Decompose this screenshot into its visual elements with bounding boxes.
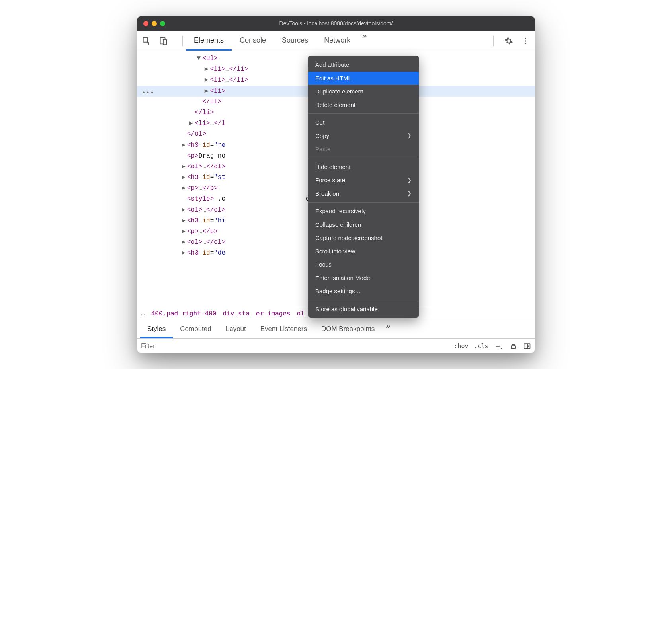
dom-tree[interactable]: ▼<ul> ▶<li>…</li> ▶<li>…</li> ▶<li> </ul… [137,51,535,306]
styles-panel-tabs: Styles Computed Layout Event Listeners D… [137,321,535,338]
styles-tab-event-listeners[interactable]: Event Listeners [253,321,314,338]
cls-toggle[interactable]: .cls [474,343,488,350]
tab-elements[interactable]: Elements [186,31,232,51]
context-menu-item[interactable]: Hide element [308,160,419,174]
context-menu-item[interactable]: Enter Isolation Mode [308,271,419,285]
breadcrumb-item[interactable]: 400.pad-right-400 [151,310,217,317]
inspect-element-icon[interactable] [142,36,151,46]
context-menu-item[interactable]: Focus [308,258,419,271]
context-menu-item[interactable]: Capture node screenshot [308,231,419,245]
context-menu-item[interactable]: Delete element [308,98,419,112]
context-menu-item[interactable]: Edit as HTML [308,72,419,85]
svg-rect-6 [511,346,515,349]
context-menu-separator [308,202,419,203]
close-window-button[interactable] [143,21,148,26]
toolbar-divider [182,36,183,46]
styles-filter-input[interactable] [141,343,450,350]
context-menu-item[interactable]: Add attribute [308,58,419,72]
styles-tab-styles[interactable]: Styles [140,321,173,338]
context-menu-separator [308,113,419,114]
tab-sources[interactable]: Sources [274,31,316,51]
computed-sidebar-toggle-icon[interactable] [523,342,531,350]
titlebar: DevTools - localhost:8080/docs/devtools/… [137,16,535,31]
context-menu: Add attributeEdit as HTMLDuplicate eleme… [308,56,419,318]
context-menu-item[interactable]: Break on❯ [308,187,419,201]
context-menu-item[interactable]: Store as global variable [308,302,419,316]
styles-tab-layout[interactable]: Layout [219,321,253,338]
context-menu-item[interactable]: Duplicate element [308,85,419,98]
main-toolbar: Elements Console Sources Network » [137,31,535,51]
styles-tab-computed[interactable]: Computed [173,321,218,338]
maximize-window-button[interactable] [160,21,165,26]
breadcrumb-item[interactable]: er-images [256,310,291,317]
context-menu-item: Paste [308,142,419,156]
styles-filter-bar: :hov .cls ▾ [137,338,535,353]
panel-tabs: Elements Console Sources Network » [186,31,490,51]
svg-point-4 [525,40,526,41]
paint-flash-icon[interactable] [510,342,518,350]
context-menu-separator [308,300,419,300]
hov-toggle[interactable]: :hov [454,343,468,350]
device-toggle-icon[interactable] [158,36,168,46]
more-styles-tabs-icon[interactable]: » [382,321,394,338]
context-menu-item[interactable]: Badge settings… [308,284,419,298]
context-menu-item[interactable]: Scroll into view [308,245,419,258]
new-style-rule-icon[interactable]: ▾ [494,342,504,350]
window-title: DevTools - localhost:8080/docs/devtools/… [279,20,393,27]
breadcrumb-item[interactable]: … [141,310,145,317]
settings-gear-icon[interactable] [504,36,514,46]
context-menu-item[interactable]: Cut [308,116,419,129]
context-menu-item[interactable]: Force state❯ [308,173,419,187]
tab-console[interactable]: Console [232,31,274,51]
traffic-lights [143,21,165,26]
svg-rect-7 [524,344,530,349]
svg-point-5 [525,43,526,44]
context-menu-item[interactable]: Expand recursively [308,204,419,218]
breadcrumb-item[interactable]: div.sta [223,310,249,317]
context-menu-item[interactable]: Collapse children [308,218,419,232]
tab-network[interactable]: Network [316,31,358,51]
svg-point-3 [525,38,526,39]
toolbar-divider-right [493,36,494,46]
styles-tab-dom-breakpoints[interactable]: DOM Breakpoints [314,321,382,338]
breadcrumb-item[interactable]: ol [297,310,305,317]
context-menu-item[interactable]: Copy❯ [308,129,419,143]
devtools-window: DevTools - localhost:8080/docs/devtools/… [137,16,535,353]
more-tabs-icon[interactable]: » [358,31,371,51]
svg-rect-2 [163,39,166,45]
minimize-window-button[interactable] [152,21,157,26]
kebab-menu-icon[interactable] [521,36,530,46]
context-menu-separator [308,158,419,158]
